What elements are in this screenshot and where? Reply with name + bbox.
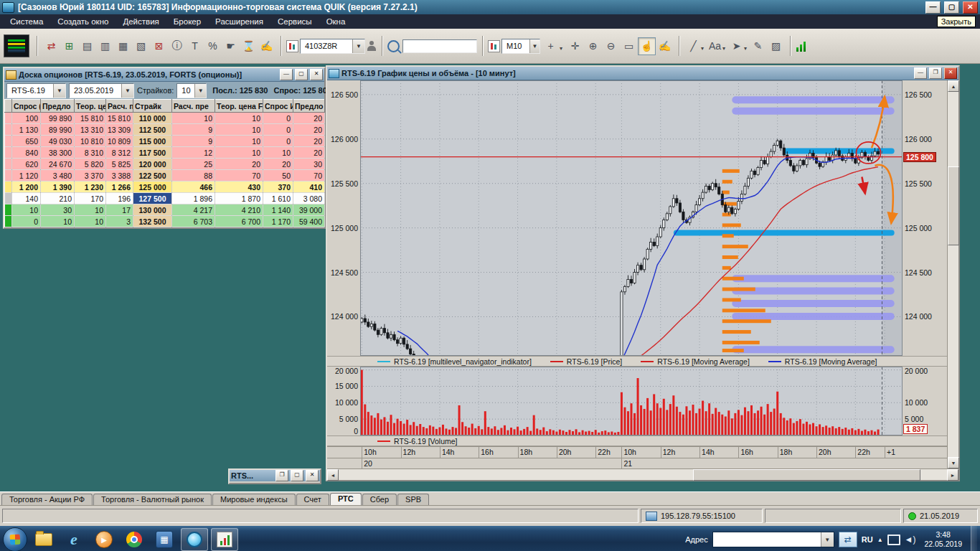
timer-icon[interactable]: ⌛ xyxy=(240,37,258,55)
options-column-header[interactable]: Расч. п xyxy=(106,100,133,113)
menu-item[interactable]: Система xyxy=(3,16,50,27)
restore-button[interactable]: ❐ xyxy=(929,67,942,79)
page-tab[interactable]: SPB xyxy=(397,494,429,505)
line-tool-icon[interactable]: ╱ xyxy=(684,37,702,55)
menu-item[interactable]: Брокер xyxy=(166,16,208,27)
options-cell[interactable]: 1 140 xyxy=(263,204,293,216)
options-cell[interactable]: 70 xyxy=(215,170,263,182)
volume-plot[interactable] xyxy=(360,367,903,435)
options-cell[interactable]: 370 xyxy=(263,182,293,193)
identity-icon[interactable] xyxy=(367,40,377,52)
connection-icon[interactable]: ⇄ xyxy=(42,37,60,55)
options-cell[interactable]: 410 xyxy=(293,182,325,193)
options-cell[interactable]: 1 390 xyxy=(41,182,75,193)
options-cell[interactable]: 650 xyxy=(12,136,41,147)
minimize-button[interactable]: — xyxy=(914,67,927,79)
options-cell[interactable]: 20 xyxy=(293,136,325,147)
chevron-down-icon[interactable]: ▼ xyxy=(194,84,206,98)
options-cell[interactable]: 25 xyxy=(172,159,215,170)
strike-cell[interactable]: 110 000 xyxy=(133,113,172,124)
chevron-down-icon[interactable]: ▼ xyxy=(121,84,133,98)
options-row[interactable]: 1 2001 3901 2301 266125 000466430370410 xyxy=(5,182,325,193)
text-tool-icon-dropdown[interactable]: ▾ xyxy=(722,45,725,52)
text-tool-icon[interactable]: Aa xyxy=(706,37,724,55)
options-cell[interactable]: 170 xyxy=(75,193,106,204)
info-icon[interactable]: ⓘ xyxy=(168,37,186,55)
add-indicator-dropdown[interactable]: ▾ xyxy=(560,45,562,52)
scroll-down-button[interactable]: ▼ xyxy=(948,457,959,468)
options-cell[interactable]: 210 xyxy=(41,193,75,204)
instrument-combo[interactable]: 4103Z8R ▼ xyxy=(300,39,365,54)
show-desktop-button[interactable] xyxy=(971,526,977,551)
options-cell[interactable]: 20 xyxy=(293,113,325,124)
options-cell[interactable]: 20 xyxy=(263,159,293,170)
language-indicator[interactable]: RU xyxy=(862,535,873,544)
options-cell[interactable]: 620 xyxy=(12,159,41,170)
options-cell[interactable]: 10 809 xyxy=(106,136,133,147)
tables-icon[interactable]: ▤ xyxy=(78,37,96,55)
options-cell[interactable]: 12 xyxy=(172,147,215,159)
chart-window-titlebar[interactable]: RTS-6.19 График цены и объёма - [10 мину… xyxy=(327,67,958,80)
page-tab[interactable]: Мировые индексы xyxy=(212,494,296,505)
close-table-icon[interactable]: ⊠ xyxy=(150,37,168,55)
chrome-icon[interactable] xyxy=(121,528,148,551)
clock[interactable]: 3:48 22.05.2019 xyxy=(920,530,966,549)
options-cell[interactable]: 140 xyxy=(12,193,41,204)
options-cell[interactable]: 70 xyxy=(293,170,325,182)
strike-cell[interactable]: 112 500 xyxy=(133,124,172,136)
quotes-table-icon[interactable]: ▦ xyxy=(114,37,132,55)
chevron-down-icon[interactable]: ▼ xyxy=(352,39,364,53)
options-cell[interactable]: 20 xyxy=(215,159,263,170)
strike-cell[interactable]: 127 500 xyxy=(133,193,172,204)
options-cell[interactable]: 10 xyxy=(75,216,106,227)
options-cell[interactable]: 8 312 xyxy=(106,147,133,159)
explorer-icon[interactable] xyxy=(30,528,57,551)
timeframe-combo[interactable]: M10 ▼ xyxy=(501,39,540,54)
options-cell[interactable]: 88 xyxy=(172,170,215,182)
options-column-header[interactable]: Предло xyxy=(293,100,325,113)
new-window-icon[interactable]: ⊞ xyxy=(60,37,78,55)
options-cell[interactable]: 10 xyxy=(41,216,75,227)
options-cell[interactable]: 0 xyxy=(263,136,293,147)
options-cell[interactable]: 99 890 xyxy=(41,113,75,124)
chevron-down-icon[interactable]: ▼ xyxy=(53,84,65,98)
options-cell[interactable]: 59 400 xyxy=(293,216,325,227)
close-button[interactable]: ✕ xyxy=(310,69,323,80)
options-row[interactable]: 140210170196127 5001 8961 8701 6103 080 xyxy=(5,193,325,204)
options-cell[interactable]: 1 870 xyxy=(215,193,263,204)
options-cell[interactable]: 49 030 xyxy=(41,136,75,147)
internet-explorer-icon[interactable]: e xyxy=(60,528,88,551)
options-cell[interactable]: 10 xyxy=(172,113,215,124)
options-row[interactable]: 1 13089 99013 31013 309112 500910020 xyxy=(5,124,325,136)
options-cell[interactable]: 4 210 xyxy=(215,204,263,216)
options-column-header[interactable]: Предло xyxy=(41,100,75,113)
strike-cell[interactable]: 125 000 xyxy=(133,182,172,193)
arrow-tool-icon-dropdown[interactable]: ▾ xyxy=(744,45,747,52)
quik-taskbar-icon[interactable] xyxy=(181,528,208,551)
pencil-tool-icon[interactable]: ✎ xyxy=(749,37,767,55)
search-input[interactable] xyxy=(402,39,477,53)
options-cell[interactable]: 13 309 xyxy=(106,124,133,136)
options-cell[interactable]: 10 xyxy=(215,147,263,159)
strike-cell[interactable]: 122 500 xyxy=(133,170,172,182)
line-tool-icon-dropdown[interactable]: ▾ xyxy=(701,45,704,52)
options-cell[interactable]: 0 xyxy=(12,216,41,227)
options-row[interactable]: 10099 89015 81015 810110 0001010020 xyxy=(5,113,325,124)
options-row[interactable]: 1 1203 4803 3703 388122 50088705070 xyxy=(5,170,325,182)
minimize-button[interactable]: — xyxy=(280,69,293,80)
options-cell[interactable]: 3 xyxy=(106,216,133,227)
options-cell[interactable]: 1 130 xyxy=(12,124,41,136)
options-cell[interactable]: 20 xyxy=(293,124,325,136)
options-cell[interactable]: 1 170 xyxy=(263,216,293,227)
pointer-icon[interactable]: ☛ xyxy=(222,37,240,55)
strike-cell[interactable]: 117 500 xyxy=(133,147,172,159)
options-cell[interactable]: 13 310 xyxy=(75,124,106,136)
eraser-icon[interactable]: ▭ xyxy=(620,37,638,55)
options-date-combo[interactable]: 23.05.2019 ▼ xyxy=(69,83,134,98)
media-player-icon[interactable]: ▶ xyxy=(90,528,118,551)
options-column-header[interactable]: Теор. цена F xyxy=(215,100,263,113)
scroll-right-button[interactable]: ► xyxy=(947,469,958,481)
quik-logo-button[interactable] xyxy=(4,34,29,57)
volume-tray-icon[interactable]: ◄) xyxy=(905,535,916,544)
options-cell[interactable]: 10 xyxy=(12,204,41,216)
